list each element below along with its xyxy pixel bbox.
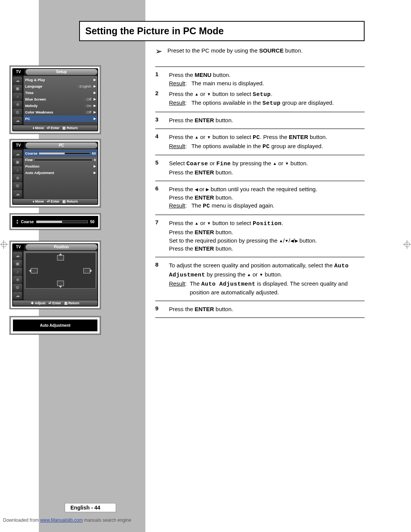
step-7: 7 Press the ▲ or ▼ button to select Posi… xyxy=(155,219,365,253)
position-right-icon xyxy=(83,268,90,273)
position-down-icon xyxy=(57,281,64,286)
step-8: 8 To adjust the screen quality and posit… xyxy=(155,261,365,297)
title-box: Setting the Picture in PC Mode xyxy=(79,21,365,41)
divider xyxy=(155,66,365,67)
pointer-icon: ➢ xyxy=(155,47,162,56)
step-number: 2 xyxy=(155,90,162,108)
steps-list: 1 Press the MENU button. Result: The mai… xyxy=(155,66,365,318)
up-triangle-icon: ▲ xyxy=(195,92,199,96)
manualslib-link[interactable]: www.Manualslib.com xyxy=(40,518,83,523)
step-4: 4 Press the ▲ or ▼ button to select PC. … xyxy=(155,133,365,151)
step-1: 1 Press the MENU button. Result: The mai… xyxy=(155,71,365,88)
position-left-icon xyxy=(31,268,38,273)
osd-pc-screenshot: TVPC ☁▣♪⊕⚙☁ Coarse50 Fine0 Position▶ Aut… xyxy=(10,139,101,208)
step-5: 5 Select Coarse or Fine by pressing the … xyxy=(155,159,365,177)
preset-text: Preset to the PC mode by using the SOURC… xyxy=(167,47,303,54)
osd-auto-adjust-box: Auto Adjustment xyxy=(10,316,101,335)
osd-position-screenshot: TVPosition ☁▣♪⊕⚙☁ ✥ Adjust⏎ Enter▥ Retur… xyxy=(10,241,101,309)
osd-coarse-bar: ▲▼ Coarse 50 xyxy=(10,213,101,230)
step-body: Press the MENU button. Result: The main … xyxy=(169,71,365,88)
step-2: 2 Press the ▲ or ▼ button to select Setu… xyxy=(155,90,365,108)
updown-arrows-icon: ▲▼ xyxy=(16,219,19,224)
enter-icon: ⏎ Enter xyxy=(47,126,59,130)
step-6: 6 Press the ◀ or ▶ button until you reac… xyxy=(155,185,365,211)
download-footer: Downloaded from www.Manualslib.com manua… xyxy=(3,518,131,523)
osd-setup-screenshot: TVSetup ☁ ▣♪⊕⚙☁ Plug & Play▶Language: En… xyxy=(10,66,101,134)
position-up-icon xyxy=(57,255,64,260)
return-icon: ▥ Return xyxy=(62,126,78,130)
osd-category-icon: ☁ xyxy=(13,77,22,84)
page-title: Setting the Picture in PC Mode xyxy=(85,26,358,37)
updown-icon: ♦ Move xyxy=(33,126,44,130)
down-triangle-icon: ▼ xyxy=(207,92,211,96)
position-diagram xyxy=(25,252,96,289)
crop-mark-right xyxy=(403,240,411,249)
step-9: 9 Press the ENTER button. xyxy=(155,305,365,313)
manual-page: Setting the Picture in PC Mode ➢ Preset … xyxy=(0,0,411,532)
step-3: 3 Press the ENTER button. xyxy=(155,116,365,125)
crop-mark-left xyxy=(0,240,8,249)
preset-note: ➢ Preset to the PC mode by using the SOU… xyxy=(155,47,370,56)
left-triangle-icon: ◀ xyxy=(195,187,198,192)
step-number: 1 xyxy=(155,71,162,88)
page-language-badge: English - 44 xyxy=(65,503,116,512)
